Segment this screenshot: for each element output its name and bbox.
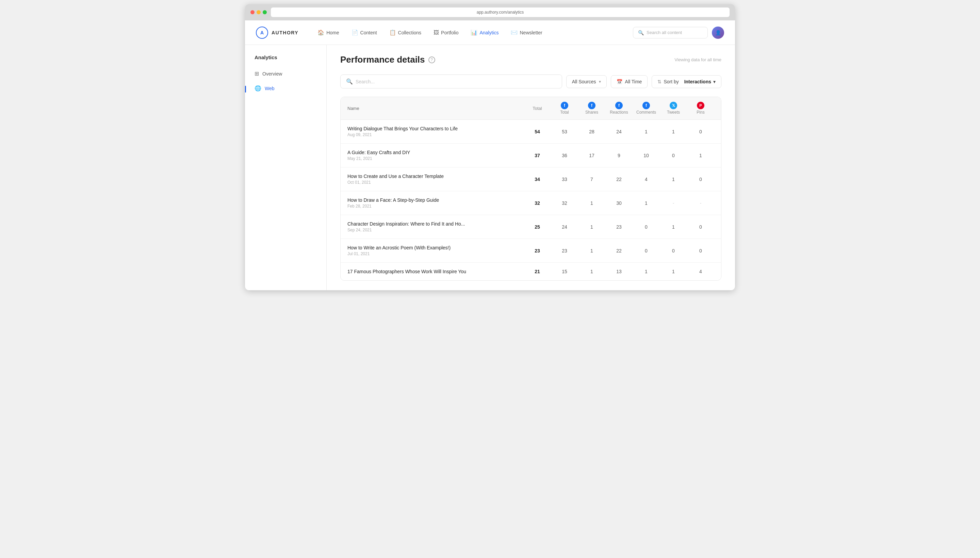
row-fb-comments: 1	[633, 129, 660, 135]
row-fb-reactions: 24	[605, 129, 633, 135]
row-fb-comments: 10	[633, 153, 660, 158]
sort-dropdown[interactable]: ⇅ Sort by Interactions ▾	[652, 75, 721, 88]
row-total: 21	[524, 269, 551, 274]
row-name-col: A Guide: Easy Crafts and DIY May 21, 202…	[347, 150, 524, 161]
browser-window: app.authory.com/analytics A AUTHORY 🏠 Ho…	[245, 4, 735, 290]
row-fb-reactions: 22	[605, 248, 633, 253]
time-filter[interactable]: 📅 All Time	[611, 75, 648, 88]
nav-analytics[interactable]: 📊 Analytics	[465, 26, 504, 38]
row-fb-shares: 17	[578, 153, 605, 158]
row-tw-tweets: -	[660, 200, 687, 206]
row-fb-shares: 1	[578, 200, 605, 206]
col-name: Name	[347, 106, 524, 111]
row-fb-reactions: 13	[605, 269, 633, 274]
avatar[interactable]: 👤	[712, 26, 724, 39]
row-fb-shares: 1	[578, 224, 605, 230]
nav-portfolio[interactable]: 🖼 Portfolio	[428, 27, 464, 38]
row-fb-reactions: 9	[605, 153, 633, 158]
row-title: How to Create and Use a Character Templa…	[347, 174, 524, 179]
table-row[interactable]: A Guide: Easy Crafts and DIY May 21, 202…	[341, 144, 721, 167]
sources-label: All Sources	[572, 79, 596, 84]
col-fb-reactions: f Reactions	[605, 102, 633, 115]
row-title: How to Draw a Face: A Step-by-Step Guide	[347, 197, 524, 203]
time-label: All Time	[625, 79, 642, 84]
search-input[interactable]	[356, 79, 556, 84]
traffic-lights	[250, 10, 267, 14]
row-title: 17 Famous Photographers Whose Work Will …	[347, 269, 524, 274]
row-fb-total: 23	[551, 248, 578, 253]
row-title: A Guide: Easy Crafts and DIY	[347, 150, 524, 155]
table-row[interactable]: 17 Famous Photographers Whose Work Will …	[341, 263, 721, 281]
row-name-col: How to Write an Acrostic Poem (With Exam…	[347, 245, 524, 256]
global-search[interactable]: 🔍 Search all content	[633, 27, 708, 38]
twitter-icon: 𝕏	[670, 102, 677, 109]
sidebar-web-wrapper: 🌐 Web	[250, 82, 321, 96]
row-total: 25	[524, 224, 551, 230]
col-total: Total	[524, 106, 551, 111]
row-fb-comments: 1	[633, 200, 660, 206]
row-name-col: 17 Famous Photographers Whose Work Will …	[347, 269, 524, 274]
sidebar: Analytics ⊞ Overview 🌐 Web	[245, 45, 327, 290]
row-name-col: How to Create and Use a Character Templa…	[347, 174, 524, 185]
row-fb-reactions: 23	[605, 224, 633, 230]
content-table: Name Total f Total f Shares f Reactions	[340, 97, 721, 281]
row-fb-reactions: 30	[605, 200, 633, 206]
col-fb-comments: f Comments	[633, 102, 660, 115]
row-pi-pins: 1	[687, 153, 714, 158]
nav-newsletter[interactable]: ✉️ Newsletter	[505, 26, 548, 38]
address-bar[interactable]: app.authory.com/analytics	[271, 8, 730, 17]
row-name-col: Character Design Inspiration: Where to F…	[347, 221, 524, 232]
app-container: A AUTHORY 🏠 Home 📄 Content 📋 Collections	[245, 20, 735, 290]
facebook-icon: f	[588, 102, 596, 109]
portfolio-icon: 🖼	[433, 30, 439, 36]
minimize-button[interactable]	[256, 10, 261, 14]
row-fb-comments: 0	[633, 224, 660, 230]
help-icon[interactable]: ?	[428, 56, 435, 63]
nav-collections[interactable]: 📋 Collections	[384, 26, 427, 38]
row-tw-tweets: 1	[660, 129, 687, 135]
content-search[interactable]: 🔍	[340, 74, 562, 89]
maximize-button[interactable]	[263, 10, 267, 14]
nav-home[interactable]: 🏠 Home	[312, 26, 345, 38]
page-title: Performance details	[340, 54, 425, 65]
browser-titlebar: app.authory.com/analytics	[245, 4, 735, 20]
row-name-col: Writing Dialogue That Brings Your Charac…	[347, 126, 524, 137]
close-button[interactable]	[250, 10, 254, 14]
row-fb-comments: 1	[633, 269, 660, 274]
page-header: Performance details ? Viewing data for a…	[340, 54, 721, 65]
row-date: Jul 01, 2021	[347, 251, 524, 256]
sidebar-title: Analytics	[250, 54, 321, 60]
sources-filter[interactable]: All Sources ▾	[566, 75, 607, 88]
row-pi-pins: 0	[687, 224, 714, 230]
content-icon: 📄	[351, 29, 358, 36]
table-row[interactable]: Character Design Inspiration: Where to F…	[341, 215, 721, 239]
sidebar-item-overview[interactable]: ⊞ Overview	[250, 67, 321, 80]
row-total: 23	[524, 248, 551, 253]
sort-value: Interactions	[684, 79, 711, 84]
row-fb-comments: 0	[633, 248, 660, 253]
sidebar-item-web[interactable]: 🌐 Web	[250, 82, 279, 95]
pinterest-icon: P	[697, 102, 704, 109]
sort-icon: ⇅	[657, 79, 662, 84]
row-fb-total: 33	[551, 177, 578, 182]
row-pi-pins: 0	[687, 248, 714, 253]
row-tw-tweets: 0	[660, 153, 687, 158]
analytics-icon: 📊	[471, 29, 478, 36]
row-date: Feb 28, 2021	[347, 204, 524, 208]
row-title: How to Write an Acrostic Poem (With Exam…	[347, 245, 524, 250]
chevron-down-icon: ▾	[599, 79, 601, 84]
row-tw-tweets: 0	[660, 248, 687, 253]
col-pi-pins: P Pins	[687, 102, 714, 115]
row-date: May 21, 2021	[347, 156, 524, 161]
table-row[interactable]: How to Write an Acrostic Poem (With Exam…	[341, 239, 721, 263]
sort-prefix: Sort by	[663, 79, 678, 84]
table-row[interactable]: Writing Dialogue That Brings Your Charac…	[341, 120, 721, 144]
row-pi-pins: 4	[687, 269, 714, 274]
table-row[interactable]: How to Draw a Face: A Step-by-Step Guide…	[341, 191, 721, 215]
row-pi-pins: -	[687, 200, 714, 206]
col-fb-total: f Total	[551, 102, 578, 115]
nav-content[interactable]: 📄 Content	[346, 26, 382, 38]
table-row[interactable]: How to Create and Use a Character Templa…	[341, 167, 721, 191]
logo-area[interactable]: A AUTHORY	[256, 26, 299, 39]
row-date: Oct 01, 2021	[347, 180, 524, 185]
